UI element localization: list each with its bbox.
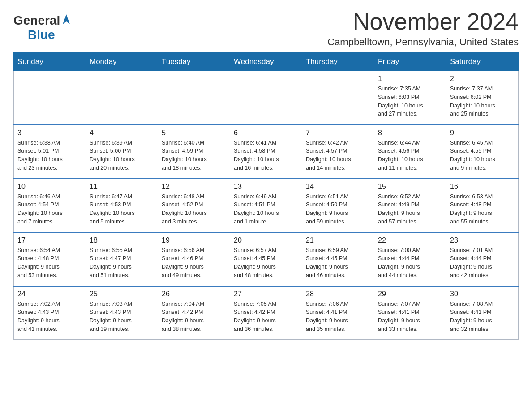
calendar-header-saturday: Saturday [446, 53, 519, 71]
day-info: Sunrise: 6:39 AM Sunset: 5:00 PM Dayligh… [90, 139, 154, 172]
calendar-header-tuesday: Tuesday [158, 53, 230, 71]
day-info: Sunrise: 6:48 AM Sunset: 4:52 PM Dayligh… [162, 193, 226, 226]
calendar-week-row: 3Sunrise: 6:38 AM Sunset: 5:01 PM Daylig… [14, 125, 519, 179]
calendar-cell: 18Sunrise: 6:55 AM Sunset: 4:47 PM Dayli… [86, 232, 158, 286]
day-number: 18 [90, 236, 154, 244]
calendar-week-row: 1Sunrise: 7:35 AM Sunset: 6:03 PM Daylig… [14, 71, 519, 125]
day-number: 5 [162, 129, 226, 137]
day-number: 10 [17, 183, 82, 191]
calendar-cell: 9Sunrise: 6:45 AM Sunset: 4:55 PM Daylig… [446, 125, 519, 179]
calendar-cell: 3Sunrise: 6:38 AM Sunset: 5:01 PM Daylig… [14, 125, 86, 179]
day-number: 7 [306, 129, 370, 137]
calendar-cell: 28Sunrise: 7:06 AM Sunset: 4:41 PM Dayli… [302, 286, 374, 340]
day-info: Sunrise: 7:05 AM Sunset: 4:42 PM Dayligh… [234, 300, 298, 334]
calendar-cell [86, 71, 158, 125]
day-info: Sunrise: 7:02 AM Sunset: 4:43 PM Dayligh… [17, 300, 82, 334]
logo-blue-text: Blue [28, 28, 55, 42]
day-info: Sunrise: 7:08 AM Sunset: 4:41 PM Dayligh… [450, 300, 515, 334]
calendar-cell: 10Sunrise: 6:46 AM Sunset: 4:54 PM Dayli… [14, 179, 86, 232]
day-info: Sunrise: 6:41 AM Sunset: 4:58 PM Dayligh… [234, 139, 298, 172]
day-info: Sunrise: 6:55 AM Sunset: 4:47 PM Dayligh… [90, 246, 154, 280]
calendar-cell: 7Sunrise: 6:42 AM Sunset: 4:57 PM Daylig… [302, 125, 374, 179]
day-info: Sunrise: 6:38 AM Sunset: 5:01 PM Dayligh… [17, 139, 82, 172]
day-info: Sunrise: 6:56 AM Sunset: 4:46 PM Dayligh… [162, 246, 226, 280]
day-info: Sunrise: 6:52 AM Sunset: 4:49 PM Dayligh… [378, 193, 442, 226]
calendar-table: SundayMondayTuesdayWednesdayThursdayFrid… [13, 52, 519, 340]
day-number: 16 [450, 183, 515, 191]
calendar-cell: 14Sunrise: 6:51 AM Sunset: 4:50 PM Dayli… [302, 179, 374, 232]
calendar-cell: 15Sunrise: 6:52 AM Sunset: 4:49 PM Dayli… [374, 179, 446, 232]
calendar-cell: 20Sunrise: 6:57 AM Sunset: 4:45 PM Dayli… [230, 232, 302, 286]
day-info: Sunrise: 7:37 AM Sunset: 6:02 PM Dayligh… [450, 85, 515, 118]
day-number: 26 [162, 290, 226, 298]
day-info: Sunrise: 6:45 AM Sunset: 4:55 PM Dayligh… [450, 139, 515, 172]
calendar-cell: 11Sunrise: 6:47 AM Sunset: 4:53 PM Dayli… [86, 179, 158, 232]
day-number: 12 [162, 183, 226, 191]
calendar-cell: 25Sunrise: 7:03 AM Sunset: 4:43 PM Dayli… [86, 286, 158, 340]
day-number: 30 [450, 290, 515, 298]
calendar-header-friday: Friday [374, 53, 446, 71]
day-info: Sunrise: 7:35 AM Sunset: 6:03 PM Dayligh… [378, 85, 442, 118]
day-number: 29 [378, 290, 442, 298]
day-number: 2 [450, 75, 515, 83]
day-info: Sunrise: 6:59 AM Sunset: 4:45 PM Dayligh… [306, 246, 370, 280]
calendar-cell [302, 71, 374, 125]
calendar-cell: 19Sunrise: 6:56 AM Sunset: 4:46 PM Dayli… [158, 232, 230, 286]
calendar-header-sunday: Sunday [14, 53, 86, 71]
calendar-cell: 4Sunrise: 6:39 AM Sunset: 5:00 PM Daylig… [86, 125, 158, 179]
calendar-cell: 21Sunrise: 6:59 AM Sunset: 4:45 PM Dayli… [302, 232, 374, 286]
day-number: 8 [378, 129, 442, 137]
day-info: Sunrise: 6:46 AM Sunset: 4:54 PM Dayligh… [17, 193, 82, 226]
day-number: 14 [306, 183, 370, 191]
title-area: November 2024 Campbelltown, Pennsylvania… [327, 9, 519, 48]
page-header: General Blue November 2024 Campbelltown,… [13, 9, 519, 48]
calendar-week-row: 17Sunrise: 6:54 AM Sunset: 4:48 PM Dayli… [14, 232, 519, 286]
day-number: 17 [17, 236, 82, 244]
day-number: 4 [90, 129, 154, 137]
day-info: Sunrise: 6:44 AM Sunset: 4:56 PM Dayligh… [378, 139, 442, 172]
day-number: 28 [306, 290, 370, 298]
day-number: 22 [378, 236, 442, 244]
calendar-header-monday: Monday [86, 53, 158, 71]
calendar-cell: 5Sunrise: 6:40 AM Sunset: 4:59 PM Daylig… [158, 125, 230, 179]
day-info: Sunrise: 6:40 AM Sunset: 4:59 PM Dayligh… [162, 139, 226, 172]
calendar-cell: 26Sunrise: 7:04 AM Sunset: 4:42 PM Dayli… [158, 286, 230, 340]
calendar-cell: 1Sunrise: 7:35 AM Sunset: 6:03 PM Daylig… [374, 71, 446, 125]
logo-general-text: General [13, 13, 60, 28]
calendar-cell [158, 71, 230, 125]
calendar-cell: 6Sunrise: 6:41 AM Sunset: 4:58 PM Daylig… [230, 125, 302, 179]
day-number: 9 [450, 129, 515, 137]
day-number: 27 [234, 290, 298, 298]
calendar-cell: 12Sunrise: 6:48 AM Sunset: 4:52 PM Dayli… [158, 179, 230, 232]
location-subtitle: Campbelltown, Pennsylvania, United State… [327, 36, 519, 48]
calendar-cell: 29Sunrise: 7:07 AM Sunset: 4:41 PM Dayli… [374, 286, 446, 340]
calendar-header-thursday: Thursday [302, 53, 374, 71]
day-number: 19 [162, 236, 226, 244]
day-info: Sunrise: 6:51 AM Sunset: 4:50 PM Dayligh… [306, 193, 370, 226]
day-number: 1 [378, 75, 442, 83]
day-info: Sunrise: 7:07 AM Sunset: 4:41 PM Dayligh… [378, 300, 442, 334]
day-number: 13 [234, 183, 298, 191]
day-info: Sunrise: 7:04 AM Sunset: 4:42 PM Dayligh… [162, 300, 226, 334]
day-info: Sunrise: 6:47 AM Sunset: 4:53 PM Dayligh… [90, 193, 154, 226]
calendar-header-row: SundayMondayTuesdayWednesdayThursdayFrid… [14, 53, 519, 71]
day-info: Sunrise: 6:49 AM Sunset: 4:51 PM Dayligh… [234, 193, 298, 226]
day-number: 21 [306, 236, 370, 244]
calendar-cell: 24Sunrise: 7:02 AM Sunset: 4:43 PM Dayli… [14, 286, 86, 340]
calendar-cell: 30Sunrise: 7:08 AM Sunset: 4:41 PM Dayli… [446, 286, 519, 340]
day-number: 20 [234, 236, 298, 244]
calendar-cell [230, 71, 302, 125]
day-info: Sunrise: 7:01 AM Sunset: 4:44 PM Dayligh… [450, 246, 515, 280]
day-info: Sunrise: 7:03 AM Sunset: 4:43 PM Dayligh… [90, 300, 154, 334]
calendar-cell: 2Sunrise: 7:37 AM Sunset: 6:02 PM Daylig… [446, 71, 519, 125]
day-number: 24 [17, 290, 82, 298]
day-number: 11 [90, 183, 154, 191]
calendar-cell: 27Sunrise: 7:05 AM Sunset: 4:42 PM Dayli… [230, 286, 302, 340]
logo-arrow-icon [62, 14, 71, 26]
day-number: 6 [234, 129, 298, 137]
day-info: Sunrise: 6:57 AM Sunset: 4:45 PM Dayligh… [234, 246, 298, 280]
day-number: 15 [378, 183, 442, 191]
calendar-cell [14, 71, 86, 125]
calendar-cell: 22Sunrise: 7:00 AM Sunset: 4:44 PM Dayli… [374, 232, 446, 286]
calendar-cell: 13Sunrise: 6:49 AM Sunset: 4:51 PM Dayli… [230, 179, 302, 232]
